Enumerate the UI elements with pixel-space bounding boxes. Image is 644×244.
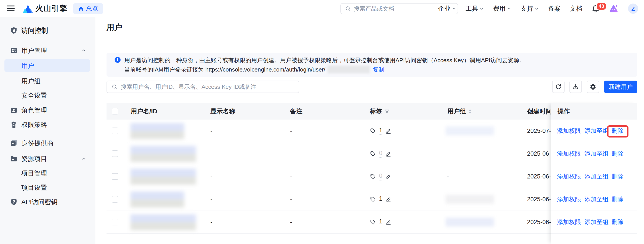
- overview-button[interactable]: 总览: [73, 3, 103, 14]
- brand-name: 火山引擎: [36, 3, 68, 13]
- sidebar-item-user-groups[interactable]: 用户组: [0, 74, 96, 88]
- notifications-button[interactable]: 43: [592, 5, 600, 13]
- group-value: -: [447, 142, 449, 165]
- sidebar-item-label: 资源项目: [21, 152, 47, 166]
- console-page: 火山引擎 总览 企业 工具 费用: [0, 0, 644, 244]
- select-all-checkbox[interactable]: [112, 108, 118, 115]
- add-permission-link[interactable]: 添加权限: [557, 120, 581, 142]
- tag-count: 1: [379, 196, 382, 203]
- ai-assistant-icon[interactable]: [609, 4, 619, 13]
- remark-value: -: [290, 188, 292, 211]
- banner-text-line1: 用户是访问控制的一种身份，由主账号或有权限的用户创建。用户被授予权限策略后，可登…: [124, 56, 525, 65]
- tag-icon: [370, 196, 376, 203]
- delete-link[interactable]: 删除: [612, 211, 624, 234]
- users-icon: [10, 46, 18, 54]
- edit-tags-icon[interactable]: [386, 151, 392, 157]
- create-user-button[interactable]: 新建用户: [604, 81, 637, 93]
- main-content: 用户 用户是访问控制的一种身份，由主账号或有权限的用户创建。用户被授予权限策略后…: [96, 17, 644, 244]
- column-header-actions: 操作: [558, 103, 570, 120]
- sidebar-item-project-management[interactable]: 项目管理: [0, 166, 96, 180]
- sidebar-group-user-management[interactable]: 用户管理: [0, 43, 96, 58]
- sort-icon[interactable]: [468, 109, 472, 114]
- sidebar: 访问控制 用户管理 用户 用户组 安全设置 角色管理: [0, 17, 96, 244]
- sidebar-item-users-active[interactable]: 用户: [4, 59, 90, 72]
- sidebar-item-role-management[interactable]: 角色管理: [0, 103, 96, 117]
- download-button[interactable]: [570, 81, 582, 93]
- add-permission-link[interactable]: 添加权限: [557, 142, 581, 165]
- add-to-group-link[interactable]: 添加至组: [584, 188, 608, 211]
- add-to-group-link[interactable]: 添加至组: [584, 211, 608, 234]
- delete-link[interactable]: 删除: [612, 165, 624, 188]
- user-search-input[interactable]: [121, 84, 294, 90]
- chevron-up-icon: [81, 48, 86, 53]
- tag-count: 0: [379, 150, 382, 158]
- add-permission-link[interactable]: 添加权限: [557, 211, 581, 234]
- sidebar-item-identity-providers[interactable]: 身份提供商: [0, 136, 96, 150]
- column-settings-button[interactable]: [587, 81, 599, 93]
- redacted-user-group: [446, 218, 494, 227]
- sidebar-item-permission-policies[interactable]: 权限策略: [0, 118, 96, 132]
- nav-menu-enterprise[interactable]: 企业: [438, 4, 456, 13]
- add-permission-link[interactable]: 添加权限: [557, 188, 581, 211]
- refresh-icon: [555, 84, 562, 90]
- row-actions: 添加权限 添加至组 删除: [551, 211, 637, 234]
- add-to-group-link[interactable]: 添加至组: [584, 165, 608, 188]
- sidebar-group-resource-projects[interactable]: 资源项目: [0, 152, 96, 166]
- sidebar-item-access-control[interactable]: 访问控制: [0, 23, 96, 38]
- delete-link[interactable]: 删除: [612, 142, 624, 165]
- tags-cell: 0: [370, 142, 392, 165]
- nav-menu-billing[interactable]: 费用: [493, 4, 511, 13]
- remark-value: -: [290, 165, 292, 188]
- overview-label: 总览: [86, 5, 98, 13]
- row-checkbox[interactable]: [112, 196, 118, 203]
- nav-menu-icp[interactable]: 备案: [548, 4, 560, 13]
- copy-link[interactable]: 复制: [373, 65, 384, 74]
- mountain-logo-icon: [22, 3, 34, 14]
- chevron-down-icon: [507, 6, 511, 11]
- redacted-username: [130, 146, 196, 162]
- nav-menu-tools[interactable]: 工具: [466, 4, 484, 13]
- row-checkbox[interactable]: [112, 127, 118, 134]
- edit-tags-icon[interactable]: [386, 219, 392, 225]
- tags-cell: 1: [370, 120, 392, 142]
- remark-value: -: [290, 142, 292, 165]
- edit-tags-icon[interactable]: [386, 196, 392, 202]
- refresh-button[interactable]: [552, 81, 564, 93]
- nav-menu-support[interactable]: 支持: [520, 4, 539, 13]
- redacted-account-id: [328, 66, 370, 73]
- row-checkbox[interactable]: [112, 150, 118, 157]
- row-checkbox[interactable]: [112, 173, 118, 180]
- edit-tags-icon[interactable]: [386, 174, 392, 180]
- layers-icon: [10, 121, 18, 129]
- redacted-username: [130, 192, 184, 208]
- row-checkbox[interactable]: [112, 219, 118, 225]
- add-to-group-link[interactable]: 添加至组: [584, 142, 608, 165]
- user-avatar[interactable]: Z: [628, 3, 638, 14]
- column-header-created: 创建时间: [527, 103, 552, 120]
- chevron-up-icon: [81, 156, 86, 161]
- sidebar-item-project-settings[interactable]: 项目设置: [0, 180, 96, 195]
- sidebar-item-label: 访问控制: [21, 23, 48, 38]
- users-table: 用户名/ID 显示名称 备注 标签 用户组 创建时间: [106, 103, 637, 244]
- add-permission-link[interactable]: 添加权限: [557, 165, 581, 188]
- search-icon: [112, 84, 118, 90]
- filter-icon[interactable]: [384, 109, 390, 114]
- sidebar-item-api-access-keys[interactable]: API访问密钥: [0, 195, 96, 209]
- volcengine-logo[interactable]: 火山引擎: [22, 3, 68, 14]
- top-navbar: 火山引擎 总览 企业 工具 费用: [0, 0, 644, 17]
- delete-link[interactable]: 删除: [612, 188, 624, 211]
- nav-menu-docs[interactable]: 文档: [570, 4, 582, 13]
- display-name-value: -: [210, 120, 212, 142]
- hamburger-menu-icon[interactable]: [7, 5, 15, 12]
- chevron-down-icon: [534, 6, 539, 11]
- sidebar-item-security-settings[interactable]: 安全设置: [0, 88, 96, 103]
- chevron-down-icon: [479, 6, 484, 11]
- redacted-user-group: [446, 126, 494, 135]
- add-to-group-link[interactable]: 添加至组: [584, 120, 608, 142]
- tag-icon: [370, 219, 376, 225]
- row-actions: 添加权限 添加至组 删除: [551, 188, 637, 211]
- redacted-username: [130, 123, 184, 139]
- sidebar-item-label: 用户: [21, 59, 34, 72]
- edit-tags-icon[interactable]: [386, 128, 392, 134]
- info-banner: 用户是访问控制的一种身份，由主账号或有权限的用户创建。用户被授予权限策略后，可登…: [106, 53, 637, 77]
